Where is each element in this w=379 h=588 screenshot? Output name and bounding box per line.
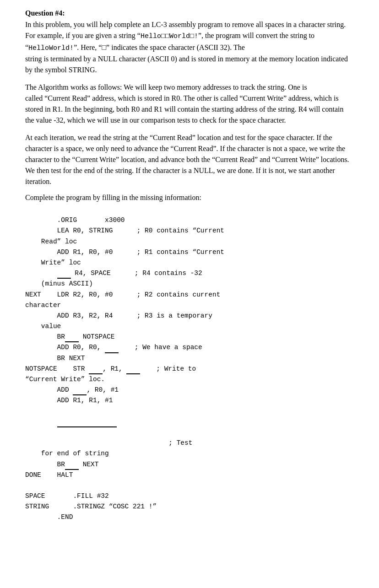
algorithm-text: The Algorithm works as follows: We will … <box>25 83 343 124</box>
blank-4 <box>89 368 103 375</box>
code-block: .ORIG x3000 LEA R0, STRING ; R0 contains… <box>25 205 354 534</box>
question-container: Question #4: In this problem, you will h… <box>25 9 354 534</box>
complete-instruction: Complete the program by filling in the m… <box>25 194 354 202</box>
question-title: Question #4: <box>25 9 354 17</box>
blank-2 <box>65 336 79 343</box>
blank-8 <box>65 463 79 470</box>
blank-1 <box>57 272 71 279</box>
intro-paragraph: In this problem, you will help complete … <box>25 19 354 76</box>
algorithm-paragraph: The Algorithm works as follows: We will … <box>25 82 354 126</box>
blank-7 <box>57 421 117 427</box>
iteration-text: At each iteration, we read the string at… <box>25 134 349 185</box>
blank-3 <box>105 346 119 353</box>
blank-5 <box>126 368 140 375</box>
blank-6 <box>73 389 87 396</box>
intro-text: In this problem, you will help complete … <box>25 21 348 74</box>
iteration-paragraph: At each iteration, we read the string at… <box>25 132 354 187</box>
